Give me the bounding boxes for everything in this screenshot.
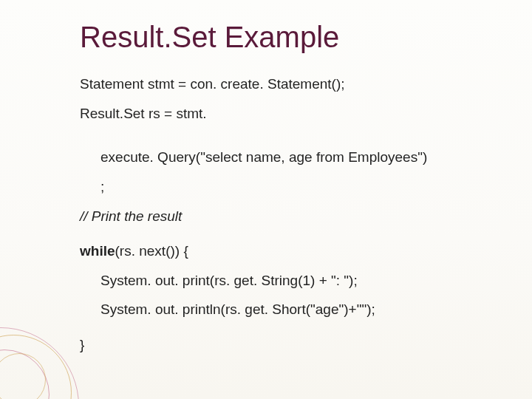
code-line-2: Result.Set rs = stmt. [80,104,488,123]
slide-title: Result.Set Example [80,21,488,54]
code-line-8: } [80,335,488,355]
code-line-3b: ; [80,177,488,197]
while-keyword: while [80,243,115,259]
while-cond: (rs. next()) { [115,243,188,259]
code-line-6: System. out. print(rs. get. String(1) + … [80,271,488,290]
code-line-4: // Print the result [80,207,488,226]
code-line-7: System. out. println(rs. get. Short("age… [80,300,488,319]
code-line-5: while(rs. next()) { [80,242,488,261]
slide-body: Result.Set Example Statement stmt = con.… [0,0,532,355]
code-line-1: Statement stmt = con. create. Statement(… [80,75,488,94]
code-line-3: execute. Query("select name, age from Em… [80,148,488,167]
